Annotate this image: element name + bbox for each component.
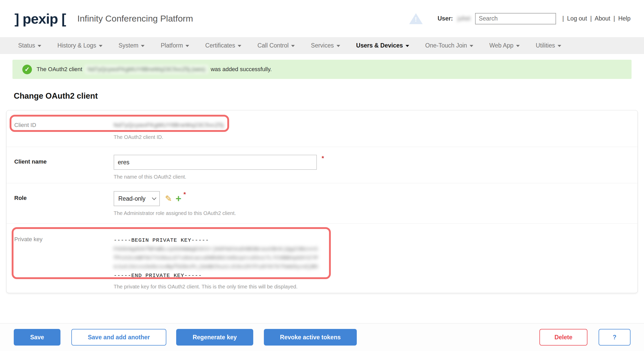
save-and-add-another-button[interactable]: Save and add another: [71, 329, 166, 346]
nav-label: Certificates: [205, 42, 235, 49]
chevron-down-icon: [186, 45, 189, 47]
chevron-down-icon: [291, 45, 295, 47]
chevron-down-icon: [558, 45, 561, 47]
nav-label: Utilities: [536, 42, 555, 49]
nav-label: Call Control: [257, 42, 289, 49]
search-input[interactable]: [475, 13, 556, 24]
link-separator: |: [589, 15, 593, 22]
add-role-plus-icon[interactable]: +: [176, 194, 181, 204]
nav-utilities[interactable]: Utilities: [536, 42, 561, 49]
app-header: ] pexip [ Infinity Conferencing Platform…: [0, 0, 644, 37]
nav-label: Services: [311, 42, 334, 49]
private-key-label: Private key: [6, 224, 114, 293]
main-nav: Status History & Logs System Platform Ce…: [0, 37, 644, 54]
app-title: Infinity Conferencing Platform: [77, 14, 193, 24]
oauth2-client-form: Client ID Nd7yQcywxFKgMUY8BrwWq23C5vcZ5j…: [6, 110, 638, 293]
nav-one-touch-join[interactable]: One-Touch Join: [425, 42, 473, 49]
nav-label: Web App: [489, 42, 513, 49]
nav-certificates[interactable]: Certificates: [205, 42, 241, 49]
nav-label: Platform: [161, 42, 183, 49]
help-link[interactable]: Help: [618, 15, 631, 22]
nav-call-control[interactable]: Call Control: [257, 42, 295, 49]
about-link[interactable]: About: [595, 15, 610, 22]
role-select[interactable]: Read-only: [114, 191, 160, 206]
client-name-label: Client name: [6, 147, 114, 183]
pexip-logo: ] pexip [: [15, 11, 66, 27]
save-button[interactable]: Save: [14, 329, 60, 346]
user-label: User:: [438, 15, 453, 22]
nav-status[interactable]: Status: [18, 42, 41, 49]
required-asterisk: *: [321, 155, 324, 162]
private-key-row: Private key -----BEGIN PRIVATE KEY----- …: [6, 223, 638, 293]
chevron-down-icon: [337, 45, 340, 47]
client-id-label: Client ID: [6, 110, 114, 147]
client-name-input[interactable]: [114, 155, 317, 170]
private-key-help: The private key for this OAuth2 client. …: [114, 284, 638, 290]
client-name-help: The name of this OAuth2 client.: [114, 174, 638, 180]
chevron-down-icon: [141, 45, 145, 47]
warning-icon[interactable]: !: [409, 13, 423, 24]
link-separator: |: [561, 15, 565, 22]
delete-button[interactable]: Delete: [539, 329, 587, 346]
nav-users-devices[interactable]: Users & Devices: [356, 42, 409, 49]
client-id-row: Client ID Nd7yQcywxFKgMUY8BrwWq23C5vcZ5j…: [6, 110, 638, 147]
chevron-down-icon: [152, 196, 156, 200]
user-name-redacted: juhet: [457, 15, 470, 22]
message-suffix: was added successfully.: [211, 66, 272, 73]
nav-label: One-Touch Join: [425, 42, 467, 49]
logout-link[interactable]: Log out: [567, 15, 587, 22]
client-name-row: Client name * The name of this OAuth2 cl…: [6, 147, 638, 183]
success-check-icon: ✓: [22, 65, 32, 74]
private-key-redacted-line: fPzX2cABFbCTX3GuLETs8UcacuDNRdGC4dGzptcd…: [114, 254, 319, 262]
private-key-value: -----BEGIN PRIVATE KEY----- FGSkHgdUkfBF…: [114, 231, 638, 280]
private-key-end: -----END PRIVATE KEY-----: [114, 271, 638, 280]
nav-label: System: [119, 42, 139, 49]
role-selected-option: Read-only: [118, 195, 146, 202]
nav-web-app[interactable]: Web App: [489, 42, 520, 49]
private-key-begin: -----BEGIN PRIVATE KEY-----: [114, 236, 638, 245]
required-asterisk: *: [183, 191, 186, 198]
page-title: Change OAuth2 client: [14, 91, 644, 101]
nav-platform[interactable]: Platform: [161, 42, 189, 49]
role-row: Role Read-only ✎ + * The Administrator r…: [6, 183, 638, 223]
chevron-down-icon: [406, 45, 409, 47]
private-key-redacted-line: eJuXJXcvsSebcsvBpfGSbcPLjGABChuzcJC6v2hT…: [114, 262, 319, 271]
chevron-down-icon: [99, 45, 102, 47]
edit-role-pencil-icon[interactable]: ✎: [165, 194, 172, 203]
private-key-redacted-line: FGSkHgdUkfBFWBLcpSOHWWgESCCrjKDFW34uEHBS…: [114, 245, 319, 254]
nav-label: Users & Devices: [356, 42, 403, 49]
chevron-down-icon: [516, 45, 520, 47]
message-client-id-redacted: Nd7yQcywxFKgMUY8BrwWq23C5vcZ5j.(wes): [85, 65, 208, 74]
chevron-down-icon: [470, 45, 473, 47]
client-id-help: The OAuth2 client ID.: [114, 134, 638, 140]
nav-label: History & Logs: [57, 42, 96, 49]
nav-history-logs[interactable]: History & Logs: [57, 42, 102, 49]
role-label: Role: [6, 183, 114, 223]
nav-label: Status: [18, 42, 35, 49]
header-links: | Log out | About | Help: [561, 15, 631, 22]
success-message: ✓ The OAuth2 client Nd7yQcywxFKgMUY8BrwW…: [12, 60, 632, 79]
help-button[interactable]: ?: [599, 329, 631, 346]
client-id-value-redacted: Nd7yQcywxFKgMUY8BrwWq23C5vcZ5j: [114, 122, 638, 129]
revoke-active-tokens-button[interactable]: Revoke active tokens: [264, 329, 357, 346]
regenerate-key-button[interactable]: Regenerate key: [176, 329, 253, 346]
warning-exclamation: !: [409, 16, 423, 23]
link-separator: |: [612, 15, 616, 22]
chevron-down-icon: [38, 45, 41, 47]
role-help: The Administrator role assigned to this …: [114, 210, 638, 216]
nav-services[interactable]: Services: [311, 42, 340, 49]
action-bar: Save Save and add another Regenerate key…: [0, 323, 644, 351]
chevron-down-icon: [238, 45, 241, 47]
nav-system[interactable]: System: [119, 42, 145, 49]
message-prefix: The OAuth2 client: [37, 66, 82, 73]
